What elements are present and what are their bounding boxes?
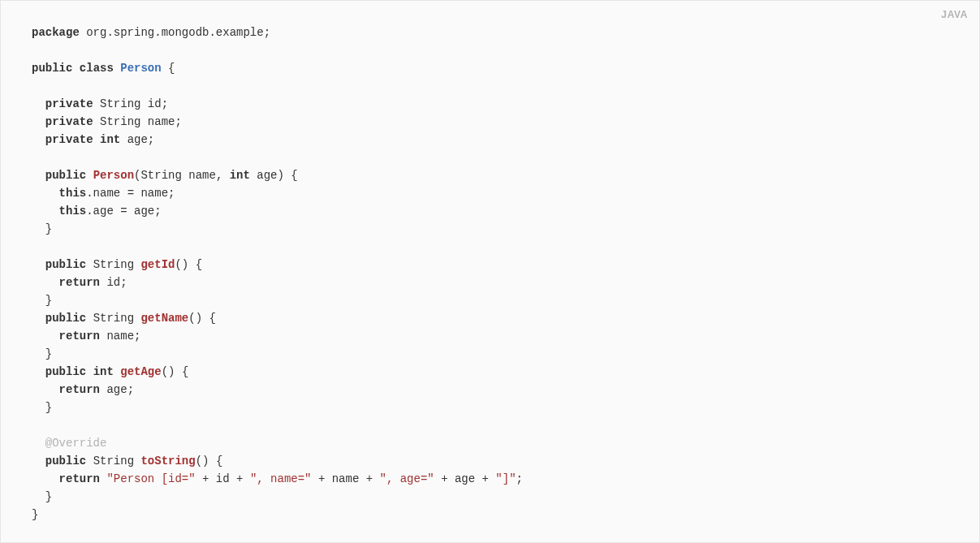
field-id-decl: String id; bbox=[93, 97, 168, 110]
field-age-decl: age; bbox=[120, 133, 154, 146]
brace: } bbox=[32, 347, 52, 360]
concat: + id + bbox=[196, 472, 250, 485]
keyword-this: this bbox=[59, 187, 87, 200]
string-literal: ", name=" bbox=[250, 472, 312, 485]
method-getAge: getAge bbox=[120, 365, 161, 378]
concat: + name + bbox=[312, 472, 380, 485]
brace: { bbox=[162, 62, 175, 75]
keyword-private: private bbox=[45, 115, 93, 128]
keyword-this: this bbox=[59, 205, 87, 218]
field-name-decl: String name; bbox=[93, 115, 182, 128]
keyword-public: public bbox=[45, 169, 86, 182]
constructor-name: Person bbox=[93, 169, 134, 182]
keyword-return: return bbox=[59, 330, 100, 343]
keyword-public: public bbox=[45, 365, 86, 378]
method-toString: toString bbox=[140, 455, 195, 468]
keyword-int: int bbox=[93, 365, 114, 378]
ctor-sig-open: (String name, bbox=[134, 169, 230, 182]
paren-brace: () { bbox=[162, 365, 189, 378]
string-literal: "]" bbox=[495, 472, 516, 485]
return-id: id; bbox=[100, 276, 127, 289]
paren-brace: () { bbox=[196, 455, 223, 468]
string-literal: "Person [id=" bbox=[106, 472, 195, 485]
keyword-int: int bbox=[100, 133, 120, 146]
keyword-return: return bbox=[59, 472, 100, 485]
method-getId: getId bbox=[140, 258, 175, 271]
brace: } bbox=[32, 294, 52, 307]
brace: } bbox=[32, 222, 52, 235]
paren-brace: () { bbox=[175, 258, 202, 271]
return-type: String bbox=[86, 455, 140, 468]
method-getName: getName bbox=[140, 312, 188, 325]
keyword-return: return bbox=[59, 276, 100, 289]
keyword-int: int bbox=[230, 169, 250, 182]
return-type: String bbox=[86, 312, 140, 325]
assign-age: .age = age; bbox=[86, 205, 161, 218]
brace: } bbox=[32, 401, 52, 414]
keyword-public: public bbox=[45, 455, 86, 468]
class-name: Person bbox=[120, 62, 161, 75]
assign-name: .name = name; bbox=[86, 187, 175, 200]
ctor-sig-close: age) { bbox=[250, 169, 298, 182]
paren-brace: () { bbox=[188, 312, 216, 325]
brace: } bbox=[32, 490, 52, 503]
annotation-override: @Override bbox=[45, 437, 107, 450]
keyword-return: return bbox=[59, 383, 100, 396]
language-label: JAVA bbox=[941, 9, 968, 20]
keyword-public: public bbox=[45, 258, 86, 271]
code-block: JAVA package org.spring.mongodb.example;… bbox=[0, 0, 980, 543]
keyword-package: package bbox=[32, 26, 80, 39]
brace: } bbox=[32, 508, 38, 521]
package-name: org.spring.mongodb.example; bbox=[80, 26, 270, 39]
return-name: name; bbox=[100, 330, 140, 343]
keyword-private: private bbox=[45, 97, 93, 110]
code-content: package org.spring.mongodb.example; publ… bbox=[32, 24, 948, 524]
concat: + age + bbox=[434, 472, 496, 485]
keyword-public: public bbox=[45, 312, 86, 325]
return-age: age; bbox=[100, 383, 134, 396]
return-type: String bbox=[86, 258, 140, 271]
keyword-private: private bbox=[45, 133, 93, 146]
string-literal: ", age=" bbox=[380, 472, 434, 485]
keyword-class: class bbox=[80, 62, 114, 75]
semicolon: ; bbox=[516, 472, 523, 485]
keyword-public: public bbox=[32, 62, 72, 75]
